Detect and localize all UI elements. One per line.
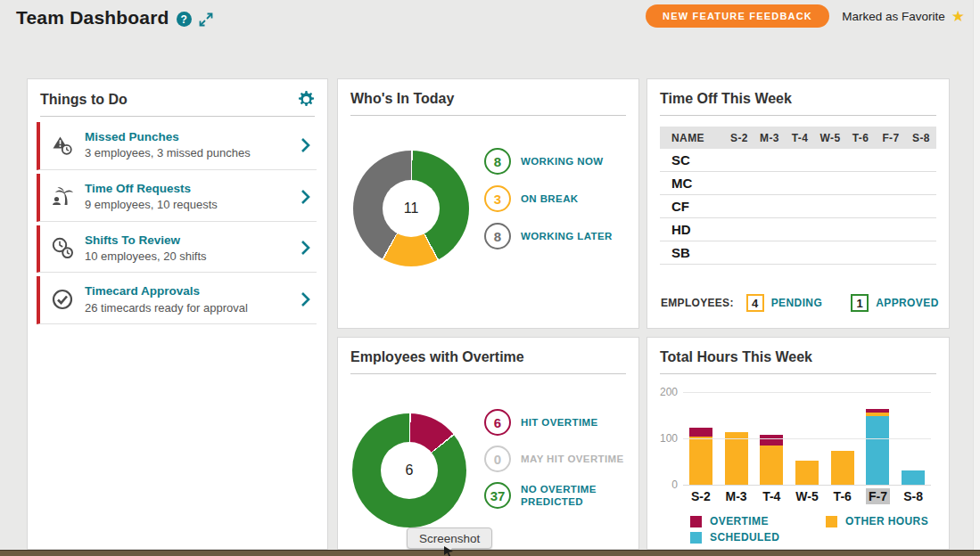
overtime-donut-chart: 6: [352, 413, 466, 527]
whos-in-donut-chart: 11: [353, 151, 469, 266]
x-axis-label-s-8: S-8: [895, 489, 931, 503]
overtime-card: Employees with Overtime 6 6HIT OVERTIME0…: [337, 337, 639, 550]
y-axis-tick: 0: [651, 478, 678, 491]
time-off-row-sc: SC: [660, 149, 936, 172]
approved-label: APPROVED: [876, 297, 939, 309]
employee-initials: MC: [660, 176, 724, 191]
time-off-column-name: NAME: [660, 132, 724, 144]
star-icon[interactable]: ★: [951, 9, 965, 24]
y-axis-tick: 200: [651, 386, 678, 398]
hours-legend-scheduled: SCHEDULED: [690, 531, 826, 544]
gridline: [683, 392, 931, 393]
time-off-column-m-3: M-3: [754, 132, 785, 144]
things-to-do-title: Things to Do: [40, 92, 128, 108]
pending-count-box: 4: [746, 294, 764, 312]
time-off-column-s-2: S-2: [724, 132, 754, 144]
time-off-week-card: Time Off This Week NAMES-2M-3T-4W-5T-6F-…: [646, 78, 950, 329]
legend-swatch: [690, 516, 702, 527]
time-off-row-hd: HD: [660, 218, 936, 241]
legend-label: SCHEDULED: [710, 531, 779, 544]
todo-item-title: Missed Punches: [85, 129, 291, 145]
bar-segment-overtime: [760, 435, 783, 445]
x-axis-label-t-4: T-4: [754, 489, 789, 503]
time-off-row-sb: SB: [660, 241, 936, 265]
things-to-do-card: Things to Do Missed Punches3 employees, …: [27, 78, 328, 550]
x-axis-label-f-7: F-7: [861, 489, 896, 503]
total-hours-chart: 0100200: [683, 392, 931, 485]
todo-item-title: Time Off Requests: [85, 181, 291, 197]
hours-legend-other-hours: OTHER HOURS: [826, 515, 928, 527]
mouse-cursor: [443, 544, 455, 556]
legend-item-no-overtime-predicted: 37NO OVERTIME PREDICTED: [484, 482, 626, 509]
bar-segment-overtime: [689, 428, 712, 437]
scrollbar-track[interactable]: [973, 0, 980, 556]
todo-item-subtitle: 9 employees, 10 requests: [85, 197, 291, 213]
legend-item-may-hit-overtime: 0MAY HIT OVERTIME: [484, 446, 626, 472]
time-off-column-s-8: S-8: [906, 132, 936, 144]
x-axis-label-w-5: W-5: [789, 489, 825, 503]
chevron-right-icon: [301, 240, 313, 256]
x-axis-label-t-6: T-6: [825, 489, 861, 503]
legend-label: WORKING NOW: [521, 155, 604, 168]
overtime-legend: 6HIT OVERTIME0MAY HIT OVERTIME37NO OVERT…: [484, 409, 626, 509]
time-off-column-w-5: W-5: [815, 132, 845, 144]
page-header: Team Dashboard ?: [16, 7, 213, 29]
gear-icon[interactable]: [298, 91, 315, 108]
time-off-column-t-4: T-4: [785, 132, 815, 144]
overtime-total: 6: [381, 442, 438, 499]
todo-item-subtitle: 3 employees, 3 missed punches: [85, 145, 291, 161]
things-to-do-list: Missed Punches3 employees, 3 missed punc…: [28, 122, 327, 324]
legend-item-working-now: 8WORKING NOW: [484, 148, 613, 175]
chevron-right-icon: [301, 189, 313, 205]
legend-item-hit-overtime: 6HIT OVERTIME: [484, 409, 626, 436]
todo-item-subtitle: 26 timecards ready for approval: [85, 300, 291, 316]
bar-segment-scheduled: [866, 416, 889, 485]
employee-initials: CF: [660, 199, 724, 214]
time-off-row-cf: CF: [660, 195, 936, 218]
expand-icon[interactable]: [199, 12, 213, 27]
time-off-row-mc: MC: [660, 172, 936, 195]
todo-item-timecard-approvals[interactable]: Timecard Approvals26 timecards ready for…: [37, 276, 317, 324]
legend-label: OVERTIME: [710, 515, 769, 527]
todo-item-title: Shifts To Review: [85, 233, 291, 249]
legend-count-badge: 6: [484, 409, 511, 436]
whos-in-today-title: Who's In Today: [350, 91, 454, 107]
time-off-column-t-6: T-6: [845, 132, 876, 144]
time-off-footer: EMPLOYEES: 4 PENDING 1 APPROVED: [661, 294, 960, 312]
help-icon[interactable]: ?: [177, 12, 192, 27]
approval-icon: [50, 288, 75, 311]
page-title: Team Dashboard: [16, 7, 169, 29]
time-off-column-f-7: F-7: [876, 132, 906, 144]
legend-count-badge: 37: [484, 482, 511, 509]
time-off-header-row: NAMES-2M-3T-4W-5T-6F-7S-8: [660, 127, 936, 149]
time-off-title: Time Off This Week: [660, 91, 792, 107]
missed-punch-icon: [50, 134, 75, 157]
todo-item-title: Timecard Approvals: [85, 283, 291, 299]
gridline: [683, 485, 931, 486]
vacation-icon: [50, 185, 75, 208]
legend-count-badge: 8: [484, 148, 511, 175]
todo-item-missed-punches[interactable]: Missed Punches3 employees, 3 missed punc…: [37, 122, 317, 170]
legend-count-badge: 3: [484, 185, 511, 212]
new-feature-feedback-button[interactable]: NEW FEATURE FEEDBACK: [646, 4, 829, 28]
approved-count-box: 1: [851, 294, 869, 312]
tooltip-text: Screenshot: [419, 532, 480, 545]
total-hours-card: Total Hours This Week 0100200 S-2M-3T-4W…: [646, 337, 950, 550]
bottom-window-edge: [0, 550, 980, 556]
todo-item-shifts-to-review[interactable]: Shifts To Review10 employees, 20 shifts: [37, 225, 317, 274]
legend-label: NO OVERTIME PREDICTED: [521, 483, 626, 509]
legend-item-working-later: 8WORKING LATER: [484, 223, 613, 249]
favorite-indicator: Marked as Favorite ★: [842, 9, 965, 24]
employee-initials: SB: [660, 245, 724, 260]
pending-label: PENDING: [771, 297, 822, 309]
todo-item-time-off-requests[interactable]: Time Off Requests9 employees, 10 request…: [37, 174, 317, 222]
todo-item-subtitle: 10 employees, 20 shifts: [85, 249, 291, 265]
bar-segment-other-hours: [795, 461, 819, 485]
legend-label: ON BREAK: [521, 192, 579, 205]
whos-in-total: 11: [383, 180, 440, 237]
legend-label: MAY HIT OVERTIME: [521, 453, 624, 465]
legend-item-on-break: 3ON BREAK: [484, 185, 613, 212]
legend-count-badge: 8: [484, 223, 511, 249]
legend-swatch: [826, 516, 837, 527]
employee-initials: SC: [660, 152, 724, 168]
